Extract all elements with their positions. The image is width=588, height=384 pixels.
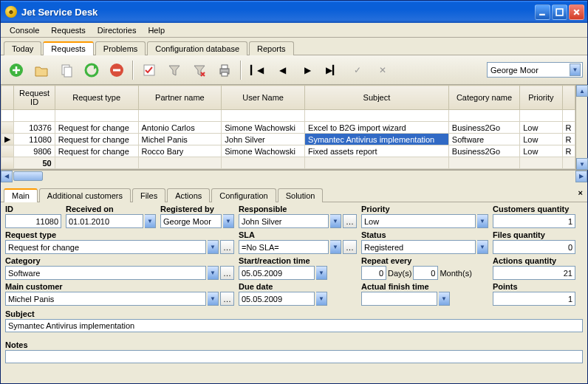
svg-rect-7 (113, 69, 120, 71)
col-request-type[interactable]: Request type (55, 86, 138, 110)
col-user[interactable]: User Name (222, 86, 305, 110)
menu-console[interactable]: Console (4, 24, 45, 36)
nav-next-button[interactable]: ▶ (296, 59, 318, 81)
responsible-field[interactable]: John Silver (239, 214, 329, 228)
col-category[interactable]: Category name (448, 86, 519, 110)
priority-field[interactable]: Low (361, 214, 476, 228)
reqtype-field[interactable]: Request for change (5, 240, 206, 254)
menu-requests[interactable]: Requests (45, 24, 91, 36)
points-field[interactable]: 1 (493, 292, 575, 306)
maincust-field[interactable]: Michel Panis (5, 292, 206, 306)
col-request-id[interactable]: Request ID (14, 86, 55, 110)
detail-tab-solution[interactable]: Solution (278, 188, 324, 202)
received-field[interactable]: 01.01.2010 (66, 214, 143, 228)
repeat-days-field[interactable]: 0 (361, 266, 386, 280)
chevron-down-icon[interactable]: ▼ (316, 292, 327, 306)
custqty-field[interactable]: 1 (493, 214, 575, 228)
registered-field[interactable]: George Moor (160, 214, 222, 228)
ellipsis-button[interactable]: … (220, 240, 234, 254)
scroll-track[interactable] (13, 171, 575, 182)
svg-rect-11 (222, 72, 228, 76)
label-points: Points (493, 281, 575, 292)
table-row[interactable]: 10376Request for changeAntonio CarlosSim… (1, 122, 575, 134)
copy-button[interactable] (55, 59, 78, 81)
ellipsis-button[interactable]: … (343, 214, 357, 228)
chevron-down-icon[interactable]: ▼ (439, 292, 450, 306)
ellipsis-button[interactable]: … (220, 266, 234, 280)
ellipsis-button[interactable]: … (220, 292, 234, 306)
col-partner[interactable]: Partner name (138, 86, 222, 110)
repeat-months-field[interactable]: 0 (413, 266, 438, 280)
detail-tab-main[interactable]: Main (4, 188, 38, 202)
print-button[interactable] (213, 59, 236, 81)
nav-last-button[interactable]: ▶▎ (321, 59, 343, 81)
chevron-down-icon[interactable]: ▼ (208, 240, 219, 254)
actual-field[interactable] (361, 292, 437, 306)
detail-tab-files[interactable]: Files (132, 188, 165, 202)
label-days: Day(s) (388, 269, 411, 278)
svg-rect-1 (556, 9, 563, 16)
new-button[interactable] (5, 59, 27, 81)
scroll-up-icon[interactable]: ▲ (576, 85, 588, 97)
actionsqty-field[interactable]: 21 (493, 266, 575, 280)
titlebar: ☻ Jet Service Desk (1, 1, 587, 23)
cancel-button[interactable]: ✕ (372, 59, 394, 81)
category-field[interactable]: Software (5, 266, 206, 280)
user-select[interactable]: George Moor ▼ (487, 62, 583, 78)
minimize-button[interactable] (535, 4, 550, 20)
menu-directories[interactable]: Directories (92, 24, 143, 36)
refresh-button[interactable] (81, 59, 103, 81)
chevron-down-icon[interactable]: ▼ (208, 266, 219, 280)
due-field[interactable]: 05.05.2009 (239, 292, 315, 306)
detail-tab-actions[interactable]: Actions (167, 188, 210, 202)
scroll-down-icon[interactable]: ▼ (576, 158, 588, 170)
clear-filter-button[interactable] (188, 59, 211, 81)
status-field[interactable]: Registered (361, 240, 476, 254)
scroll-thumb[interactable] (13, 171, 43, 181)
col-extra[interactable] (562, 86, 575, 110)
filter-button[interactable] (163, 59, 185, 81)
notes-field[interactable] (5, 350, 583, 363)
chevron-down-icon[interactable]: ▼ (316, 266, 327, 280)
start-field[interactable]: 05.05.2009 (239, 266, 315, 280)
col-subject[interactable]: Subject (305, 86, 449, 110)
detail-close-button[interactable]: × (578, 188, 583, 197)
id-field[interactable]: 11080 (5, 214, 61, 228)
tab-reports[interactable]: Reports (249, 41, 294, 55)
scroll-left-icon[interactable]: ◀ (1, 171, 13, 182)
sla-field[interactable]: =No SLA= (239, 240, 329, 254)
vertical-scrollbar[interactable]: ▲ ▼ (575, 85, 587, 170)
subject-field[interactable]: Symantec Antivirus implementation (5, 319, 583, 332)
close-button[interactable] (569, 4, 584, 20)
chevron-down-icon[interactable]: ▼ (477, 214, 488, 228)
detail-tab-customers[interactable]: Additional customers (39, 188, 131, 202)
table-row[interactable]: 9806Request for changeRocco BarySimone W… (1, 145, 575, 157)
nav-first-button[interactable]: ▎◀ (246, 59, 268, 81)
tab-configdb[interactable]: Configuration database (147, 41, 247, 55)
nav-prev-button[interactable]: ◀ (271, 59, 293, 81)
ellipsis-button[interactable]: … (343, 240, 357, 254)
checklist-button[interactable] (138, 59, 160, 81)
delete-button[interactable] (106, 59, 128, 81)
chevron-down-icon[interactable]: ▼ (208, 292, 219, 306)
scroll-right-icon[interactable]: ▶ (575, 171, 587, 182)
tab-problems[interactable]: Problems (95, 41, 146, 55)
menu-help[interactable]: Help (142, 24, 171, 36)
commit-button[interactable]: ✓ (346, 59, 369, 81)
open-button[interactable] (30, 59, 52, 81)
chevron-down-icon[interactable]: ▼ (477, 240, 488, 254)
chevron-down-icon[interactable]: ▼ (145, 214, 156, 228)
filesqty-field[interactable]: 0 (493, 240, 575, 254)
requests-grid[interactable]: Request ID Request type Partner name Use… (1, 85, 575, 169)
tab-today[interactable]: Today (4, 41, 41, 55)
horizontal-scrollbar[interactable]: ◀ ▶ (1, 170, 587, 182)
chevron-down-icon[interactable]: ▼ (330, 240, 341, 254)
col-priority[interactable]: Priority (520, 86, 562, 110)
chevron-down-icon[interactable]: ▼ (223, 214, 234, 228)
tab-requests[interactable]: Requests (43, 41, 93, 55)
chevron-down-icon[interactable]: ▼ (330, 214, 341, 228)
maximize-button[interactable] (552, 4, 567, 20)
filter-row[interactable] (1, 110, 575, 122)
detail-tab-config[interactable]: Configuration (211, 188, 276, 202)
table-row[interactable]: ▶11080Request for changeMichel PanisJohn… (1, 134, 575, 145)
